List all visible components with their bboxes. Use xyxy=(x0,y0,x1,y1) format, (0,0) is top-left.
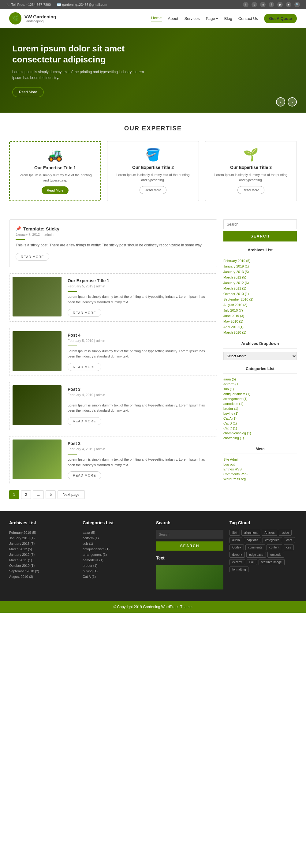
blog-post-4-btn[interactable]: READ MORE xyxy=(68,471,101,479)
twitter-icon[interactable]: t xyxy=(251,2,257,7)
footer-category-item[interactable]: aciform (1) xyxy=(83,535,150,541)
tag-cloud-item[interactable]: aside xyxy=(279,530,292,536)
tag-cloud-item[interactable]: dowork xyxy=(230,552,245,558)
footer-archive-item[interactable]: January 2013 (5) xyxy=(9,541,76,546)
archive-list-item[interactable]: February 2019 (5) xyxy=(223,258,297,264)
category-list-item[interactable]: aonodeus (1) xyxy=(223,401,297,406)
page-1-link[interactable]: 1 xyxy=(9,490,19,499)
tag-cloud-item[interactable]: Fail xyxy=(247,559,257,565)
category-list-item[interactable]: aaaa (5) xyxy=(223,377,297,382)
nav-page-link[interactable]: Page xyxy=(206,16,215,21)
category-list-item[interactable]: Cat B (1) xyxy=(223,421,297,426)
tag-cloud-item[interactable]: content xyxy=(267,545,282,550)
page-5-link[interactable]: 5 xyxy=(45,490,56,499)
tag-cloud-item[interactable]: css xyxy=(284,545,294,550)
page-2-link[interactable]: 2 xyxy=(21,490,31,499)
archive-list-item[interactable]: January 2013 (5) xyxy=(223,269,297,275)
search-icon-topbar[interactable]: 🔍 xyxy=(294,2,300,7)
footer-category-item[interactable]: buying (1) xyxy=(83,568,150,574)
tag-cloud-item[interactable]: formatting xyxy=(230,566,248,572)
tag-cloud-item[interactable]: Articles xyxy=(262,530,277,536)
tag-cloud-item[interactable]: alignment xyxy=(241,530,260,536)
sidebar-search-input[interactable] xyxy=(223,219,297,229)
footer-search-input[interactable] xyxy=(156,530,223,539)
footer-archive-item[interactable]: February 2019 (5) xyxy=(9,530,76,535)
expertise-card-1-btn[interactable]: Read More xyxy=(41,186,68,194)
linkedin-icon[interactable]: li xyxy=(269,2,274,7)
category-list-item[interactable]: championsalog (1) xyxy=(223,431,297,436)
expertise-card-2-btn[interactable]: Read More xyxy=(140,186,166,194)
archive-list-item[interactable]: June 2019 (3) xyxy=(223,313,297,319)
facebook-icon[interactable]: f xyxy=(243,2,248,7)
meta-list-item[interactable]: Site Admin xyxy=(223,457,297,462)
archive-list-item[interactable]: April 2010 (1) xyxy=(223,324,297,330)
category-list-item[interactable]: chattening (1) xyxy=(223,436,297,440)
tag-cloud-item[interactable]: Codex xyxy=(230,545,244,550)
archive-list-item[interactable]: July 2010 (7) xyxy=(223,308,297,313)
category-list-item[interactable]: Cat A (1) xyxy=(223,416,297,421)
footer-search-button[interactable]: SEARCH xyxy=(156,541,223,551)
footer-category-item[interactable]: antiquarianism (1) xyxy=(83,546,150,552)
tag-cloud-item[interactable]: audio xyxy=(230,537,242,543)
meta-list-item[interactable]: Entries RSS xyxy=(223,467,297,472)
tag-cloud-item[interactable]: chat xyxy=(284,537,295,543)
footer-category-item[interactable]: arrangement (1) xyxy=(83,552,150,557)
footer-category-item[interactable]: aaaa (5) xyxy=(83,530,150,535)
archive-list-item[interactable]: August 2010 (3) xyxy=(223,302,297,308)
footer-category-item[interactable]: Cat A (1) xyxy=(83,574,150,579)
nav-home[interactable]: Home xyxy=(151,16,162,22)
footer-archive-item[interactable]: October 2010 (1) xyxy=(9,563,76,568)
category-list-item[interactable]: arrangement (1) xyxy=(223,396,297,401)
next-page-link[interactable]: Next page xyxy=(58,490,85,499)
nav-contact[interactable]: Contact Us xyxy=(238,16,258,21)
blog-post-3-btn[interactable]: READ MORE xyxy=(68,417,101,425)
pinterest-icon[interactable]: p xyxy=(277,2,283,7)
footer-category-item[interactable]: sub (1) xyxy=(83,541,150,546)
archives-dropdown-select[interactable]: Select MonthFebruary 2019 (5)January 201… xyxy=(223,352,297,360)
meta-list-item[interactable]: WordPress.org xyxy=(223,476,297,482)
blog-post-2-btn[interactable]: READ MORE xyxy=(68,363,101,371)
hero-read-more-button[interactable]: Read More xyxy=(12,87,44,97)
sidebar-search-button[interactable]: SEARCH xyxy=(223,231,297,242)
get-quote-button[interactable]: Get A Quote xyxy=(264,14,297,23)
nav-blog[interactable]: Blog xyxy=(224,16,232,21)
footer-archive-item[interactable]: January 2012 (6) xyxy=(9,552,76,557)
hero-next-button[interactable]: › xyxy=(288,97,297,106)
footer-archive-item[interactable]: September 2010 (2) xyxy=(9,568,76,574)
footer-archive-item[interactable]: March 2011 (1) xyxy=(9,557,76,563)
archive-list-item[interactable]: May 2010 (1) xyxy=(223,319,297,324)
category-list-item[interactable]: buying (1) xyxy=(223,411,297,416)
tag-cloud-item[interactable]: featured image xyxy=(258,559,284,565)
category-list-item[interactable]: Cat C (1) xyxy=(223,426,297,431)
archive-list-item[interactable]: March 2012 (5) xyxy=(223,275,297,280)
tag-cloud-item[interactable]: embeds xyxy=(268,552,284,558)
expertise-card-3-btn[interactable]: Read More xyxy=(238,186,265,194)
tag-cloud-item[interactable]: captions xyxy=(244,537,261,543)
tag-cloud-item[interactable]: categories xyxy=(263,537,282,543)
sticky-read-more-button[interactable]: READ MORE xyxy=(16,253,49,261)
instagram-icon[interactable]: in xyxy=(260,2,266,7)
tag-cloud-item[interactable]: comments xyxy=(245,545,265,550)
footer-category-item[interactable]: aamodeus (1) xyxy=(83,557,150,563)
tag-cloud-item[interactable]: excerpt xyxy=(230,559,245,565)
youtube-icon[interactable]: ▶ xyxy=(286,2,291,7)
archive-list-item[interactable]: January 2012 (6) xyxy=(223,280,297,285)
category-list-item[interactable]: broder (1) xyxy=(223,406,297,411)
archive-list-item[interactable]: March 2010 (1) xyxy=(223,330,297,335)
archive-list-item[interactable]: September 2010 (2) xyxy=(223,297,297,302)
meta-list-item[interactable]: Log out xyxy=(223,462,297,467)
category-list-item[interactable]: sub (1) xyxy=(223,386,297,392)
nav-services[interactable]: Services xyxy=(185,16,200,21)
footer-archive-item[interactable]: August 2010 (3) xyxy=(9,574,76,579)
tag-cloud-item[interactable]: 8bit xyxy=(230,530,240,536)
nav-page-dropdown[interactable]: Page ▾ xyxy=(206,16,218,21)
nav-about[interactable]: About xyxy=(168,16,178,21)
meta-list-item[interactable]: Comments RSS xyxy=(223,472,297,476)
footer-archive-item[interactable]: January 2019 (1) xyxy=(9,535,76,541)
tag-cloud-item[interactable]: edge case xyxy=(246,552,266,558)
archive-list-item[interactable]: March 2011 (1) xyxy=(223,285,297,291)
hero-prev-button[interactable]: ‹ xyxy=(276,97,285,106)
category-list-item[interactable]: antiquarianism (1) xyxy=(223,392,297,396)
archive-list-item[interactable]: October 2010 (1) xyxy=(223,291,297,297)
archive-list-item[interactable]: January 2019 (1) xyxy=(223,264,297,269)
